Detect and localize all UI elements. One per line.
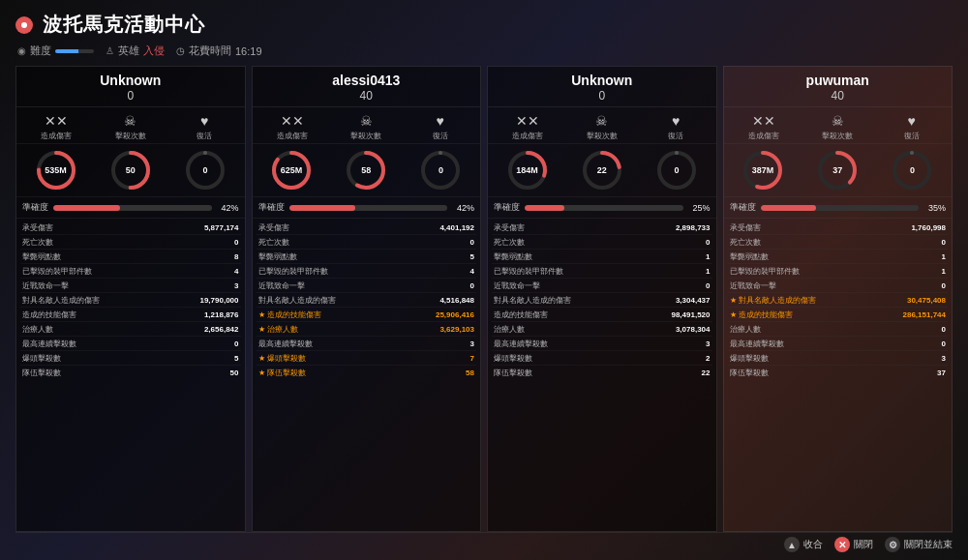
circle-text-1-1: 58 bbox=[361, 165, 371, 175]
table-row: 近戰致命一擊 0 bbox=[492, 279, 712, 293]
circle-wrap-3-1: 37 bbox=[815, 148, 860, 192]
stat-label-1-0: 造成傷害 bbox=[277, 131, 308, 141]
stat-bullet: ★ bbox=[258, 354, 265, 363]
table-row: 最高連續擊殺數 3 bbox=[257, 337, 477, 351]
stat-value-2-9: 2 bbox=[672, 354, 711, 363]
player-score-3: 40 bbox=[728, 89, 949, 103]
accuracy-row-0: 準確度 42% bbox=[16, 197, 245, 219]
accuracy-row-3: 準確度 35% bbox=[724, 197, 953, 219]
circle-wrap-0-0: 535M bbox=[34, 148, 78, 192]
table-row: 隊伍擊殺數 37 bbox=[728, 366, 949, 379]
close-end-button[interactable]: ⚙ 關閉並結束 bbox=[885, 537, 953, 552]
stat-value-0-3: 4 bbox=[200, 267, 239, 276]
stat-icon-col-3-1: ☠ 擊殺次數 bbox=[802, 113, 874, 141]
circle-container-2-1: 22 bbox=[566, 148, 637, 192]
accuracy-row-2: 準確度 25% bbox=[488, 197, 716, 219]
stat-label-2-0: 造成傷害 bbox=[512, 131, 543, 141]
close-button[interactable]: ✕ 關閉 bbox=[834, 537, 873, 552]
stat-value-1-9: 7 bbox=[436, 354, 474, 363]
table-row: 對具名敵人造成的傷害 19,790,000 bbox=[20, 293, 241, 308]
stat-value-0-6: 1,218,876 bbox=[200, 310, 239, 319]
circle-container-3-0: 387M bbox=[728, 148, 799, 192]
table-row: 隊伍擊殺數 22 bbox=[492, 366, 712, 379]
stat-icons-0: ✕✕ 造成傷害 ☠ 擊殺次數 ♥ 復活 bbox=[16, 107, 245, 144]
table-row: 承受傷害 2,898,733 bbox=[492, 221, 712, 235]
stat-label-0-1: 擊殺次數 bbox=[115, 131, 146, 141]
table-row: 擊斃弱點數 5 bbox=[257, 250, 477, 264]
stat-icon-3-1: ☠ bbox=[832, 113, 844, 129]
player-header-3: puwuman 40 bbox=[724, 67, 953, 107]
stat-name-2-3: 已擊毀的裝甲部件數 bbox=[494, 266, 672, 277]
stat-value-3-2: 1 bbox=[907, 252, 946, 261]
stat-value-0-9: 5 bbox=[200, 354, 239, 363]
close-end-label: 關閉並結束 bbox=[904, 538, 953, 551]
stat-name-1-7: ★治療人數 bbox=[258, 324, 437, 335]
clock-icon: ◷ bbox=[176, 45, 185, 56]
stat-icon-col-0-2: ♥ 復活 bbox=[168, 113, 241, 141]
stat-value-3-0: 1,760,998 bbox=[907, 223, 946, 232]
table-row: 死亡次數 0 bbox=[728, 235, 949, 250]
circle-wrap-2-0: 184M bbox=[505, 148, 550, 192]
stat-value-2-2: 1 bbox=[672, 252, 711, 261]
stat-label-2-1: 擊殺次數 bbox=[587, 131, 618, 141]
stat-name-0-5: 對具名敵人造成的傷害 bbox=[22, 295, 199, 306]
stat-icon-2-2: ♥ bbox=[672, 113, 680, 129]
stat-icons-3: ✕✕ 造成傷害 ☠ 擊殺次數 ♥ 復活 bbox=[724, 107, 953, 144]
stat-name-1-4: 近戰致命一擊 bbox=[258, 280, 437, 291]
accuracy-bar-wrap-1 bbox=[289, 205, 448, 211]
stat-icon-col-3-0: ✕✕ 造成傷害 bbox=[728, 113, 801, 141]
table-row: 已擊毀的裝甲部件數 1 bbox=[728, 264, 949, 279]
table-row: 承受傷害 5,877,174 bbox=[20, 221, 241, 235]
stat-icon-1-1: ☠ bbox=[360, 113, 373, 129]
circle-text-3-1: 37 bbox=[832, 165, 842, 175]
stat-name-1-5: 對具名敵人造成的傷害 bbox=[258, 295, 437, 306]
table-row: 治療人數 0 bbox=[728, 322, 949, 337]
accuracy-pct-0: 42% bbox=[216, 203, 239, 213]
table-row: 最高連續擊殺數 3 bbox=[492, 337, 712, 351]
circle-container-0-2: 0 bbox=[169, 148, 240, 192]
stat-bullet: ★ bbox=[730, 310, 737, 319]
collect-button[interactable]: ▲ 收合 bbox=[784, 537, 823, 552]
stat-label-1-1: 擊殺次數 bbox=[350, 131, 381, 141]
stats-table-2: 承受傷害 2,898,733 死亡次數 0 擊斃弱點數 1 已擊毀的裝甲部件數 … bbox=[488, 219, 716, 531]
stat-value-3-5: 30,475,408 bbox=[907, 296, 946, 305]
circles-row-1: 625M 58 0 bbox=[253, 144, 481, 197]
difficulty-label: 難度 bbox=[30, 44, 51, 58]
stat-icon-1-0: ✕✕ bbox=[281, 113, 304, 129]
circle-text-0-1: 50 bbox=[126, 165, 136, 175]
stat-name-3-6: ★造成的技能傷害 bbox=[730, 309, 903, 320]
circles-row-0: 535M 50 0 bbox=[16, 144, 245, 197]
stat-label-3-0: 造成傷害 bbox=[748, 131, 779, 141]
table-row: 最高連續擊殺數 0 bbox=[728, 337, 949, 351]
player-column-2: Unknown 0 ✕✕ 造成傷害 ☠ 擊殺次數 ♥ 復活 184M bbox=[487, 66, 717, 532]
stat-name-2-1: 死亡次數 bbox=[494, 237, 672, 248]
activity-icon bbox=[15, 16, 33, 34]
stat-name-0-6: 造成的技能傷害 bbox=[22, 309, 200, 320]
stat-icon-0-1: ☠ bbox=[124, 113, 136, 129]
table-row: 擊斃弱點數 1 bbox=[492, 250, 712, 264]
player-name-0: Unknown bbox=[20, 73, 241, 88]
circle-wrap-0-2: 0 bbox=[183, 148, 227, 192]
accuracy-pct-2: 25% bbox=[687, 203, 711, 213]
circle-wrap-0-1: 50 bbox=[108, 148, 153, 192]
table-row: ★隊伍擊殺數 58 bbox=[257, 366, 477, 379]
player-name-2: Unknown bbox=[492, 73, 712, 88]
stat-value-2-7: 3,078,304 bbox=[672, 325, 711, 334]
stat-value-3-9: 3 bbox=[907, 354, 946, 363]
stat-label-1-2: 復活 bbox=[433, 131, 448, 141]
player-header-0: Unknown 0 bbox=[16, 67, 245, 107]
accuracy-bar-fill-1 bbox=[289, 205, 356, 211]
circle-wrap-1-1: 58 bbox=[344, 148, 388, 192]
table-row: 隊伍擊殺數 50 bbox=[20, 366, 241, 379]
stat-value-0-8: 0 bbox=[200, 339, 239, 348]
stat-name-0-1: 死亡次數 bbox=[22, 237, 200, 248]
circle-container-2-0: 184M bbox=[492, 148, 562, 192]
stat-label-3-2: 復活 bbox=[904, 131, 920, 141]
stats-table-1: 承受傷害 4,401,192 死亡次數 0 擊斃弱點數 5 已擊毀的裝甲部件數 … bbox=[253, 219, 481, 531]
circles-row-3: 387M 37 0 bbox=[724, 144, 953, 197]
table-row: 最高連續擊殺數 0 bbox=[20, 337, 241, 351]
stat-name-3-0: 承受傷害 bbox=[730, 222, 908, 233]
stat-name-3-5: ★對具名敵人造成的傷害 bbox=[730, 295, 907, 306]
stat-value-2-6: 98,491,520 bbox=[671, 310, 710, 319]
stat-name-0-7: 治療人數 bbox=[22, 324, 200, 335]
